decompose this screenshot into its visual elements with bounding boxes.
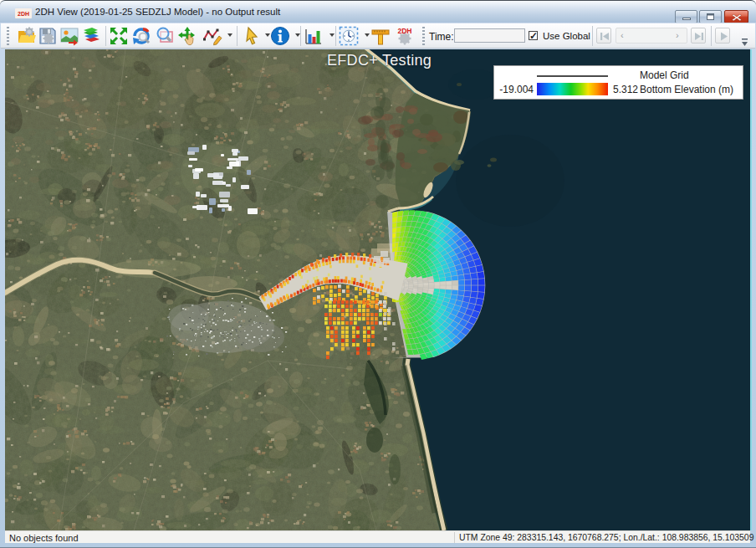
svg-text:2DH: 2DH xyxy=(397,27,411,35)
svg-text:2DH: 2DH xyxy=(18,11,29,17)
